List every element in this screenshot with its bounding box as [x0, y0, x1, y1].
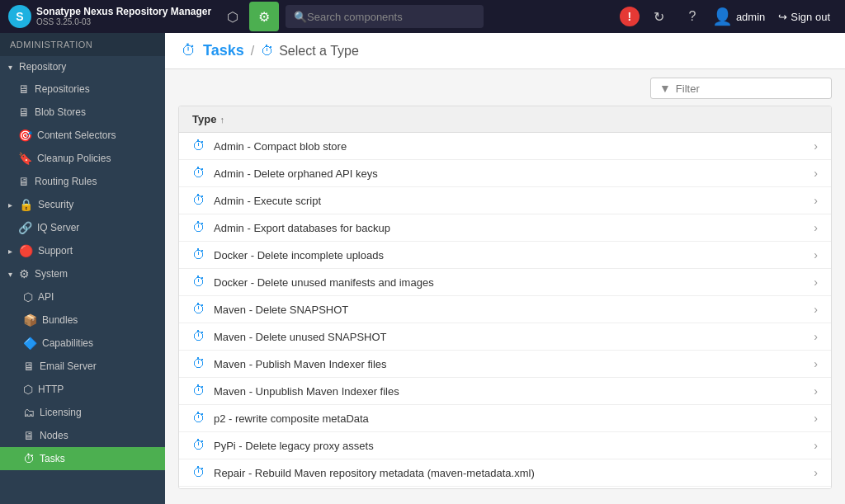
task-row-arrow: › — [814, 439, 818, 452]
task-row-arrow: › — [814, 412, 818, 425]
breadcrumb-sub-label: Select a Type — [279, 44, 359, 59]
filter-icon: ▼ — [659, 82, 671, 95]
routing-icon: 🖥 — [18, 175, 30, 188]
task-row-icon: ⏱ — [192, 302, 205, 317]
task-row-icon: ⏱ — [192, 329, 205, 344]
username-label: admin — [736, 11, 765, 23]
chevron-right-icon: ▸ — [8, 247, 12, 256]
support-icon: 🔴 — [19, 244, 33, 257]
task-rows: ⏱ Admin - Compact blob store › ⏱ Admin -… — [179, 133, 831, 488]
task-row-label: Maven - Delete unused SNAPSHOT — [214, 331, 814, 343]
app-logo: S Sonatype Nexus Repository Manager OSS … — [8, 5, 211, 28]
sidebar-item-routing-rules[interactable]: 🖥 Routing Rules — [0, 170, 165, 193]
sign-out-button[interactable]: ↪ Sign out — [772, 7, 837, 26]
task-row-arrow: › — [814, 303, 818, 316]
breadcrumb: ⏱ Tasks / ⏱ Select a Type — [165, 33, 845, 69]
table-row[interactable]: ⏱ p2 - rewrite composite metaData › — [179, 405, 831, 432]
user-info[interactable]: 👤 admin — [712, 7, 765, 26]
table-row[interactable]: ⏱ PyPi - Delete legacy proxy assets › — [179, 432, 831, 459]
cleanup-icon: 🔖 — [18, 152, 32, 165]
refresh-icon[interactable]: ↻ — [646, 3, 673, 30]
sidebar-item-label: Support — [38, 245, 73, 257]
sidebar-item-cleanup-policies[interactable]: 🔖 Cleanup Policies — [0, 147, 165, 170]
iq-icon: 🔗 — [18, 221, 32, 234]
sidebar-item-support[interactable]: ▸ 🔴 Support — [0, 239, 165, 262]
table-row[interactable]: ⏱ Docker - Delete unused manifests and i… — [179, 269, 831, 296]
nodes-icon: 🖥 — [23, 429, 35, 442]
sidebar-section-header: Administration — [0, 33, 165, 56]
task-row-label: Admin - Delete orphaned API keys — [214, 167, 814, 180]
table-row[interactable]: ⏱ Admin - Compact blob store › — [179, 133, 831, 160]
sidebar-item-label: API — [38, 291, 54, 303]
sort-icon[interactable]: ↑ — [220, 115, 224, 125]
task-row-label: Admin - Compact blob store — [214, 140, 814, 153]
task-row-icon: ⏱ — [192, 384, 205, 398]
app-body: Administration ▾ Repository 🖥 Repositori… — [0, 33, 845, 504]
sidebar-item-http[interactable]: ⬡ HTTP — [0, 378, 165, 401]
nav-icons: ⬡ ⚙ — [218, 2, 279, 31]
sidebar-item-repositories[interactable]: 🖥 Repositories — [0, 78, 165, 101]
table-row[interactable]: ⏱ Maven - Publish Maven Indexer files › — [179, 351, 831, 378]
sidebar-item-label: Repository — [19, 61, 66, 73]
sidebar-item-label: Content Selectors — [37, 130, 116, 141]
task-row-icon: ⏱ — [192, 139, 205, 153]
task-row-arrow: › — [814, 248, 818, 261]
bundles-icon: 📦 — [23, 313, 37, 327]
breadcrumb-sub-icon: ⏱ — [261, 44, 274, 59]
breadcrumb-title[interactable]: Tasks — [203, 42, 244, 59]
sidebar-item-security[interactable]: ▸ 🔒 Security — [0, 193, 165, 216]
sidebar-item-content-selectors[interactable]: 🎯 Content Selectors — [0, 124, 165, 147]
search-input[interactable] — [307, 11, 475, 23]
sidebar-item-label: Licensing — [40, 407, 82, 418]
task-row-label: Maven - Publish Maven Indexer files — [214, 358, 814, 370]
breadcrumb-separator: / — [251, 44, 254, 59]
sidebar-item-iq-server[interactable]: 🔗 IQ Server — [0, 216, 165, 239]
table-row[interactable]: ⏱ Repair - Rebuild repository browse › — [179, 487, 831, 488]
tasks-icon: ⏱ — [23, 452, 35, 465]
http-icon: ⬡ — [23, 383, 33, 396]
sidebar-item-repository[interactable]: ▾ Repository — [0, 56, 165, 78]
task-row-label: Repair - Rebuild Maven repository metada… — [214, 467, 814, 479]
table-row[interactable]: ⏱ Docker - Delete incomplete uploads › — [179, 242, 831, 269]
browse-icon[interactable]: ⬡ — [218, 2, 248, 31]
table-row[interactable]: ⏱ Repair - Rebuild Maven repository meta… — [179, 459, 831, 487]
sidebar-item-licensing[interactable]: 🗂 Licensing — [0, 401, 165, 424]
api-icon: ⬡ — [23, 290, 33, 304]
filter-input[interactable] — [676, 82, 823, 95]
table-row[interactable]: ⏱ Admin - Delete orphaned API keys › — [179, 160, 831, 187]
content-selectors-icon: 🎯 — [18, 129, 32, 142]
table-row[interactable]: ⏱ Maven - Delete unused SNAPSHOT › — [179, 323, 831, 351]
table-row[interactable]: ⏱ Maven - Delete SNAPSHOT › — [179, 296, 831, 323]
sidebar-item-label: Nodes — [40, 430, 68, 441]
breadcrumb-sub: ⏱ Select a Type — [261, 44, 359, 59]
sidebar-item-nodes[interactable]: 🖥 Nodes — [0, 424, 165, 447]
logo-icon: S — [8, 5, 31, 28]
sidebar: Administration ▾ Repository 🖥 Repositori… — [0, 33, 165, 504]
task-row-icon: ⏱ — [192, 356, 205, 371]
task-row-label: Admin - Export databases for backup — [214, 222, 814, 234]
sidebar-item-api[interactable]: ⬡ API — [0, 285, 165, 309]
task-row-arrow: › — [814, 466, 818, 479]
system-icon: ⚙ — [19, 267, 30, 280]
table-row[interactable]: ⏱ Admin - Export databases for backup › — [179, 214, 831, 242]
settings-icon[interactable]: ⚙ — [249, 2, 279, 31]
alert-badge[interactable]: ! — [620, 7, 640, 26]
task-row-icon: ⏱ — [192, 166, 205, 181]
sidebar-item-blob-stores[interactable]: 🖥 Blob Stores — [0, 101, 165, 124]
sign-out-icon: ↪ — [778, 11, 787, 23]
table-row[interactable]: ⏱ Admin - Execute script › — [179, 187, 831, 214]
user-avatar-icon: 👤 — [712, 7, 733, 26]
sidebar-item-system[interactable]: ▾ ⚙ System — [0, 262, 165, 285]
task-row-label: Admin - Execute script — [214, 195, 814, 207]
task-row-label: Docker - Delete incomplete uploads — [214, 249, 814, 261]
task-row-arrow: › — [814, 167, 818, 180]
sidebar-item-label: HTTP — [38, 384, 64, 395]
task-row-icon: ⏱ — [192, 193, 205, 208]
sidebar-item-tasks[interactable]: ⏱ Tasks — [0, 447, 165, 470]
help-icon[interactable]: ? — [679, 3, 706, 30]
sidebar-item-capabilities[interactable]: 🔷 Capabilities — [0, 332, 165, 355]
sidebar-item-email-server[interactable]: 🖥 Email Server — [0, 355, 165, 378]
repositories-icon: 🖥 — [18, 82, 30, 96]
sidebar-item-bundles[interactable]: 📦 Bundles — [0, 309, 165, 332]
table-row[interactable]: ⏱ Maven - Unpublish Maven Indexer files … — [179, 378, 831, 405]
